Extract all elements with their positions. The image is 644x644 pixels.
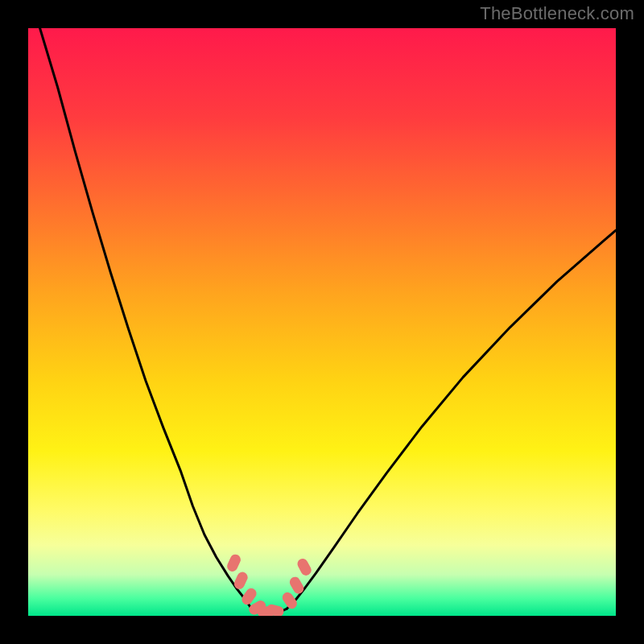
valley-markers-8 [295,557,313,578]
series-left-curve [40,28,252,609]
plot-area [28,28,616,616]
chart-svg [28,28,616,616]
watermark-text: TheBottleneck.com [480,3,634,24]
curves-group [40,28,616,614]
series-right-curve [287,230,616,609]
outer-black-frame: TheBottleneck.com [0,0,644,644]
markers-group [225,553,313,616]
valley-markers-0 [225,553,242,573]
